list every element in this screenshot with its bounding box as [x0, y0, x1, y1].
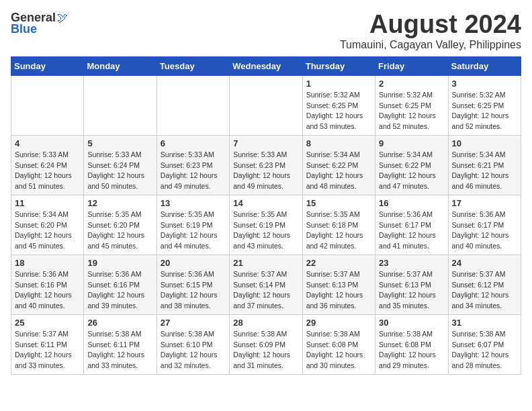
day-info: Sunrise: 5:33 AM Sunset: 6:23 PM Dayligh…: [161, 150, 226, 192]
day-info: Sunrise: 5:32 AM Sunset: 6:25 PM Dayligh…: [452, 90, 517, 132]
calendar-cell: 29Sunrise: 5:38 AM Sunset: 6:08 PM Dayli…: [302, 314, 375, 374]
day-info: Sunrise: 5:38 AM Sunset: 6:11 PM Dayligh…: [87, 329, 152, 371]
day-number: 6: [161, 138, 226, 148]
day-number: 8: [306, 138, 371, 148]
day-info: Sunrise: 5:36 AM Sunset: 6:17 PM Dayligh…: [379, 210, 444, 252]
calendar-cell: 31Sunrise: 5:38 AM Sunset: 6:07 PM Dayli…: [448, 314, 521, 374]
calendar-cell: 27Sunrise: 5:38 AM Sunset: 6:10 PM Dayli…: [157, 314, 229, 374]
day-number: 16: [379, 198, 444, 208]
calendar-cell: 6Sunrise: 5:33 AM Sunset: 6:23 PM Daylig…: [157, 135, 229, 195]
day-number: 3: [452, 79, 517, 89]
day-info: Sunrise: 5:36 AM Sunset: 6:17 PM Dayligh…: [452, 210, 517, 252]
day-number: 13: [161, 198, 226, 208]
location-subtitle: Tumauini, Cagayan Valley, Philippines: [340, 39, 521, 51]
calendar-cell: 1Sunrise: 5:32 AM Sunset: 6:25 PM Daylig…: [302, 75, 375, 135]
day-number: 26: [87, 318, 152, 328]
day-number: 28: [233, 318, 298, 328]
day-number: 31: [452, 318, 517, 328]
calendar-cell: 23Sunrise: 5:37 AM Sunset: 6:13 PM Dayli…: [375, 255, 448, 314]
calendar-header-saturday: Saturday: [448, 56, 521, 75]
calendar-cell: 9Sunrise: 5:34 AM Sunset: 6:22 PM Daylig…: [375, 135, 448, 195]
day-number: 23: [379, 258, 444, 268]
day-number: 20: [161, 258, 226, 268]
calendar-cell: 10Sunrise: 5:34 AM Sunset: 6:21 PM Dayli…: [448, 135, 521, 195]
logo: General 🕊 Blue: [11, 11, 68, 36]
calendar-cell: 21Sunrise: 5:37 AM Sunset: 6:14 PM Dayli…: [230, 255, 302, 314]
calendar-cell: 16Sunrise: 5:36 AM Sunset: 6:17 PM Dayli…: [375, 195, 448, 255]
day-info: Sunrise: 5:38 AM Sunset: 6:07 PM Dayligh…: [452, 329, 517, 371]
day-number: 22: [306, 258, 371, 268]
calendar-header-row: SundayMondayTuesdayWednesdayThursdayFrid…: [11, 56, 521, 75]
day-info: Sunrise: 5:36 AM Sunset: 6:15 PM Dayligh…: [161, 269, 226, 312]
day-info: Sunrise: 5:35 AM Sunset: 6:19 PM Dayligh…: [233, 210, 298, 252]
calendar-cell: 25Sunrise: 5:37 AM Sunset: 6:11 PM Dayli…: [11, 314, 84, 374]
calendar-header-wednesday: Wednesday: [230, 56, 302, 75]
day-number: 27: [161, 318, 226, 328]
calendar-cell: 26Sunrise: 5:38 AM Sunset: 6:11 PM Dayli…: [84, 314, 157, 374]
day-number: 24: [452, 258, 517, 268]
calendar-cell: 20Sunrise: 5:36 AM Sunset: 6:15 PM Dayli…: [157, 255, 229, 314]
calendar-cell: 12Sunrise: 5:35 AM Sunset: 6:20 PM Dayli…: [84, 195, 157, 255]
title-area: August 2024 Tumauini, Cagayan Valley, Ph…: [340, 11, 521, 51]
calendar-cell: 5Sunrise: 5:33 AM Sunset: 6:24 PM Daylig…: [84, 135, 157, 195]
calendar-cell: 18Sunrise: 5:36 AM Sunset: 6:16 PM Dayli…: [11, 255, 84, 314]
calendar-week-2: 4Sunrise: 5:33 AM Sunset: 6:24 PM Daylig…: [11, 135, 521, 195]
calendar-cell: [157, 75, 229, 135]
calendar-cell: 13Sunrise: 5:35 AM Sunset: 6:19 PM Dayli…: [157, 195, 229, 255]
header: General 🕊 Blue August 2024 Tumauini, Cag…: [11, 11, 521, 51]
day-number: 2: [379, 79, 444, 89]
calendar-cell: 2Sunrise: 5:32 AM Sunset: 6:25 PM Daylig…: [375, 75, 448, 135]
day-info: Sunrise: 5:33 AM Sunset: 6:23 PM Dayligh…: [233, 150, 298, 192]
day-number: 15: [306, 198, 371, 208]
day-info: Sunrise: 5:35 AM Sunset: 6:19 PM Dayligh…: [161, 210, 226, 252]
calendar-cell: 3Sunrise: 5:32 AM Sunset: 6:25 PM Daylig…: [448, 75, 521, 135]
calendar-header-sunday: Sunday: [11, 56, 84, 75]
day-info: Sunrise: 5:35 AM Sunset: 6:18 PM Dayligh…: [306, 210, 371, 252]
calendar-cell: 22Sunrise: 5:37 AM Sunset: 6:13 PM Dayli…: [302, 255, 375, 314]
calendar-week-4: 18Sunrise: 5:36 AM Sunset: 6:16 PM Dayli…: [11, 255, 521, 314]
calendar-cell: 24Sunrise: 5:37 AM Sunset: 6:12 PM Dayli…: [448, 255, 521, 314]
day-info: Sunrise: 5:38 AM Sunset: 6:10 PM Dayligh…: [161, 329, 226, 371]
day-info: Sunrise: 5:32 AM Sunset: 6:25 PM Dayligh…: [306, 90, 371, 132]
calendar-cell: 19Sunrise: 5:36 AM Sunset: 6:16 PM Dayli…: [84, 255, 157, 314]
day-info: Sunrise: 5:34 AM Sunset: 6:20 PM Dayligh…: [15, 210, 80, 252]
day-number: 18: [15, 258, 80, 268]
day-number: 29: [306, 318, 371, 328]
day-info: Sunrise: 5:37 AM Sunset: 6:14 PM Dayligh…: [233, 269, 298, 312]
calendar-header-tuesday: Tuesday: [157, 56, 229, 75]
calendar-header-thursday: Thursday: [302, 56, 375, 75]
day-info: Sunrise: 5:32 AM Sunset: 6:25 PM Dayligh…: [379, 90, 444, 132]
day-info: Sunrise: 5:35 AM Sunset: 6:20 PM Dayligh…: [87, 210, 152, 252]
day-info: Sunrise: 5:37 AM Sunset: 6:13 PM Dayligh…: [306, 269, 371, 312]
calendar-cell: 11Sunrise: 5:34 AM Sunset: 6:20 PM Dayli…: [11, 195, 84, 255]
day-number: 19: [87, 258, 152, 268]
calendar-cell: [11, 75, 84, 135]
day-number: 10: [452, 138, 517, 148]
day-info: Sunrise: 5:37 AM Sunset: 6:12 PM Dayligh…: [452, 269, 517, 312]
day-number: 7: [233, 138, 298, 148]
day-info: Sunrise: 5:33 AM Sunset: 6:24 PM Dayligh…: [15, 150, 80, 192]
calendar-week-3: 11Sunrise: 5:34 AM Sunset: 6:20 PM Dayli…: [11, 195, 521, 255]
logo-bird-icon: 🕊: [57, 12, 68, 24]
day-info: Sunrise: 5:36 AM Sunset: 6:16 PM Dayligh…: [87, 269, 152, 312]
day-info: Sunrise: 5:34 AM Sunset: 6:21 PM Dayligh…: [452, 150, 517, 192]
day-info: Sunrise: 5:34 AM Sunset: 6:22 PM Dayligh…: [379, 150, 444, 192]
day-number: 9: [379, 138, 444, 148]
calendar-week-5: 25Sunrise: 5:37 AM Sunset: 6:11 PM Dayli…: [11, 314, 521, 374]
calendar-header-friday: Friday: [375, 56, 448, 75]
calendar-cell: 7Sunrise: 5:33 AM Sunset: 6:23 PM Daylig…: [230, 135, 302, 195]
day-info: Sunrise: 5:33 AM Sunset: 6:24 PM Dayligh…: [87, 150, 152, 192]
calendar-cell: 28Sunrise: 5:38 AM Sunset: 6:09 PM Dayli…: [230, 314, 302, 374]
day-number: 12: [87, 198, 152, 208]
day-number: 30: [379, 318, 444, 328]
day-number: 4: [15, 138, 80, 148]
day-info: Sunrise: 5:38 AM Sunset: 6:09 PM Dayligh…: [233, 329, 298, 371]
calendar-cell: 30Sunrise: 5:38 AM Sunset: 6:08 PM Dayli…: [375, 314, 448, 374]
day-number: 17: [452, 198, 517, 208]
calendar-cell: 14Sunrise: 5:35 AM Sunset: 6:19 PM Dayli…: [230, 195, 302, 255]
day-info: Sunrise: 5:38 AM Sunset: 6:08 PM Dayligh…: [306, 329, 371, 371]
day-info: Sunrise: 5:36 AM Sunset: 6:16 PM Dayligh…: [15, 269, 80, 312]
calendar-table: SundayMondayTuesdayWednesdayThursdayFrid…: [11, 56, 521, 375]
calendar-cell: 4Sunrise: 5:33 AM Sunset: 6:24 PM Daylig…: [11, 135, 84, 195]
day-info: Sunrise: 5:37 AM Sunset: 6:13 PM Dayligh…: [379, 269, 444, 312]
